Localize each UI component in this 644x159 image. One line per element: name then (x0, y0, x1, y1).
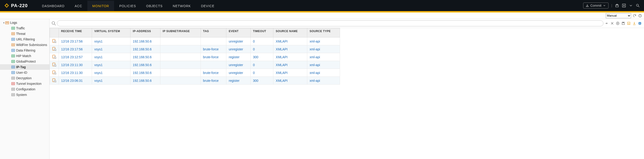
svg-point-68 (54, 49, 56, 51)
sidebar-item-traffic[interactable]: Traffic (0, 25, 49, 31)
log-type-icon (11, 32, 15, 36)
column-header[interactable]: IP SUBNET/RANGE (160, 28, 200, 37)
row-detail-icon[interactable] (52, 47, 56, 51)
table-cell: vsys1 (92, 45, 130, 53)
sidebar-item-system[interactable]: System (0, 92, 49, 98)
nav-item-network[interactable]: NETWORK (168, 0, 196, 11)
column-header[interactable]: SOURCE TYPE (307, 28, 340, 37)
help-icon[interactable]: ? (638, 14, 642, 18)
save-filter-icon[interactable] (621, 22, 626, 25)
sidebar-item-globalprotect[interactable]: GlobalProtect (0, 59, 49, 64)
table-row[interactable]: 12/16 23:11:30vsys1192.168.50.6brute-for… (50, 69, 340, 77)
table-row[interactable]: 12/16 23:17:56vsys1192.168.50.6brute-for… (50, 45, 340, 53)
table-cell: 0 (250, 69, 273, 77)
sidebar-item-label: Traffic (16, 26, 25, 30)
save-panel-icon[interactable] (622, 4, 626, 8)
refresh-icon[interactable] (632, 14, 636, 18)
table-cell: 12/16 23:11:30 (59, 69, 92, 77)
column-header[interactable]: RECEIVE TIME (59, 28, 92, 37)
sidebar-item-hip-match[interactable]: HIP Match (0, 53, 49, 59)
tree-root-logs[interactable]: ▾ Logs (0, 20, 49, 25)
column-header[interactable]: TIMEOUT (250, 28, 273, 37)
table-row[interactable]: 12/16 23:17:56vsys1192.168.50.6unregiste… (50, 37, 340, 45)
table-cell: 0 (250, 37, 273, 45)
clear-filter-icon[interactable] (610, 22, 614, 25)
close-panel-icon[interactable] (638, 22, 642, 25)
sidebar-item-decryption[interactable]: Decryption (0, 75, 49, 81)
table-cell[interactable] (50, 53, 59, 61)
svg-point-5 (636, 4, 638, 6)
table-cell[interactable] (50, 61, 59, 69)
row-detail-icon[interactable] (52, 54, 56, 59)
sidebar-item-label: Configuration (16, 87, 35, 91)
table-cell: register (226, 53, 250, 61)
sidebar-item-tunnel-inspection[interactable]: Tunnel Inspection (0, 81, 49, 87)
table-cell: xml-api (307, 37, 340, 45)
load-filter-icon[interactable] (626, 22, 631, 25)
add-filter-icon[interactable] (616, 22, 620, 25)
table-cell[interactable] (50, 45, 59, 53)
table-row[interactable]: 12/16 23:12:57vsys1192.168.50.6brute-for… (50, 53, 340, 61)
table-cell: brute-force (200, 69, 226, 77)
table-row[interactable]: 12/16 23:06:31vsys1192.168.50.6brute-for… (50, 77, 340, 85)
row-detail-icon[interactable] (52, 70, 56, 74)
nav-item-policies[interactable]: POLICIES (114, 0, 141, 11)
sidebar-item-data-filtering[interactable]: Data Filtering (0, 48, 49, 53)
svg-rect-12 (12, 27, 15, 30)
row-detail-icon[interactable] (52, 39, 56, 43)
commit-button[interactable]: Commit (583, 3, 608, 9)
brand: PA-220 (4, 3, 28, 8)
nav-item-device[interactable]: DEVICE (196, 0, 220, 11)
table-cell: XMLAPI (273, 77, 307, 85)
search-icon[interactable] (636, 4, 640, 8)
table-cell: 12/16 23:17:56 (59, 37, 92, 45)
refresh-mode-select[interactable]: Manual (606, 13, 631, 18)
table-cell: vsys1 (92, 53, 130, 61)
sidebar-item-configuration[interactable]: Configuration (0, 87, 49, 92)
table-cell[interactable] (50, 69, 59, 77)
column-header[interactable]: EVENT (226, 28, 250, 37)
row-detail-icon[interactable] (52, 62, 56, 66)
log-table-head: RECEIVE TIMEVIRTUAL SYSTEMIP-ADDRESSIP S… (50, 28, 340, 37)
table-cell[interactable] (50, 77, 59, 85)
sidebar-item-threat[interactable]: Threat (0, 31, 49, 37)
lock-panel-icon[interactable] (615, 4, 619, 8)
table-cell (160, 53, 200, 61)
column-header[interactable]: TAG (200, 28, 226, 37)
log-type-icon (11, 60, 15, 63)
nav-item-acc[interactable]: ACC (70, 0, 87, 11)
log-type-icon (11, 37, 15, 41)
nav-item-dashboard[interactable]: DASHBOARD (37, 0, 70, 11)
sidebar-item-label: Decryption (16, 76, 32, 80)
export-icon[interactable] (632, 22, 636, 25)
nav-item-objects[interactable]: OBJECTS (141, 0, 168, 11)
column-header[interactable]: SOURCE NAME (273, 28, 307, 37)
svg-rect-45 (12, 88, 15, 91)
sidebar-item-label: WildFire Submissions (16, 43, 47, 47)
filter-input[interactable] (57, 20, 604, 26)
sidebar-item-wildfire-submissions[interactable]: WildFire Submissions (0, 42, 49, 48)
svg-rect-27 (12, 55, 15, 57)
log-table-container[interactable]: RECEIVE TIMEVIRTUAL SYSTEMIP-ADDRESSIP S… (50, 28, 644, 159)
column-header[interactable]: IP-ADDRESS (130, 28, 160, 37)
svg-point-74 (54, 64, 56, 66)
svg-line-72 (56, 58, 56, 59)
filter-bar (50, 19, 644, 28)
sidebar-item-ip-tag[interactable]: IP-Tag (0, 64, 49, 70)
table-cell: brute-force (200, 77, 226, 85)
table-cell[interactable] (50, 37, 59, 45)
chevron-down-icon[interactable] (629, 4, 633, 8)
sidebar-item-user-id[interactable]: User-ID (0, 70, 49, 75)
svg-line-52 (54, 24, 56, 25)
sidebar-item-url-filtering[interactable]: URL Filtering (0, 37, 49, 42)
table-row[interactable]: 12/16 23:11:30vsys1192.168.50.6unregiste… (50, 61, 340, 69)
apply-filter-icon[interactable] (604, 22, 609, 25)
svg-line-78 (56, 74, 56, 74)
nav-item-monitor[interactable]: MONITOR (87, 0, 114, 11)
column-header[interactable]: VIRTUAL SYSTEM (92, 28, 130, 37)
row-detail-icon[interactable] (52, 78, 56, 82)
column-header[interactable] (50, 28, 59, 37)
svg-point-80 (54, 80, 56, 82)
sidebar-item-label: User-ID (16, 71, 27, 74)
table-cell: unregister (226, 69, 250, 77)
